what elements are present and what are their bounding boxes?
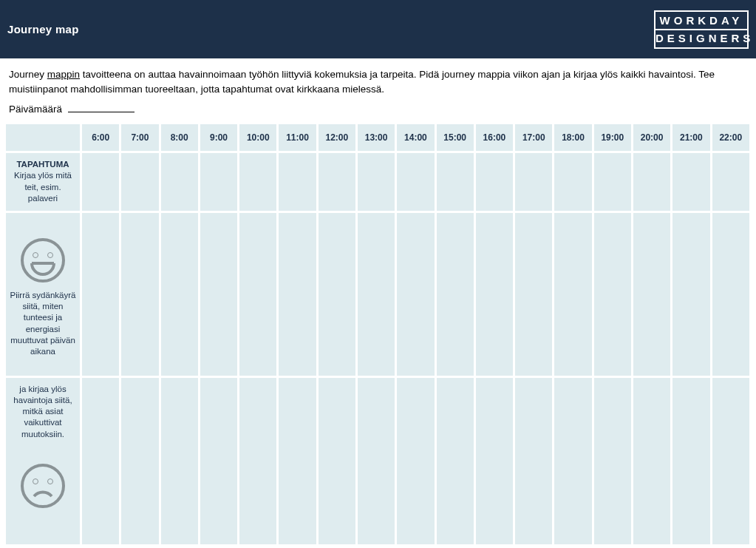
svg-point-4 bbox=[22, 465, 64, 507]
mood-cell[interactable] bbox=[594, 213, 631, 376]
event-cell[interactable] bbox=[397, 153, 434, 211]
mood-cell[interactable] bbox=[397, 213, 434, 376]
observation-cell[interactable] bbox=[358, 378, 395, 544]
mood-row-header: Piirrä sydänkäyrä siitä, miten tunteesi … bbox=[6, 213, 80, 376]
hour-header: 7:00 bbox=[121, 124, 158, 151]
hour-header: 6:00 bbox=[82, 124, 119, 151]
observation-cell[interactable] bbox=[239, 378, 276, 544]
observation-cell[interactable] bbox=[554, 378, 591, 544]
svg-point-2 bbox=[48, 252, 53, 257]
hour-header: 11:00 bbox=[279, 124, 316, 151]
sad-face-icon bbox=[19, 462, 67, 510]
logo-line-2: DESIGNERS bbox=[655, 30, 747, 47]
hour-header: 16:00 bbox=[476, 124, 513, 151]
hour-header: 14:00 bbox=[397, 124, 434, 151]
observation-cell[interactable] bbox=[594, 378, 631, 544]
observation-cell[interactable] bbox=[515, 378, 552, 544]
hour-header: 13:00 bbox=[358, 124, 395, 151]
event-cell[interactable] bbox=[672, 153, 709, 211]
event-row-header: TAPAHTUMA Kirjaa ylös mitä teit, esim. p… bbox=[6, 153, 80, 211]
observation-cell[interactable] bbox=[82, 378, 119, 544]
event-cell[interactable] bbox=[319, 153, 355, 211]
mood-cell[interactable] bbox=[515, 213, 552, 376]
intro-prefix: Journey bbox=[9, 69, 47, 80]
observations-row: ja kirjaa ylös havaintoja siitä, mitkä a… bbox=[6, 378, 749, 544]
mood-cell[interactable] bbox=[437, 213, 474, 376]
observation-cell[interactable] bbox=[161, 378, 198, 544]
mood-row: Piirrä sydänkäyrä siitä, miten tunteesi … bbox=[6, 213, 749, 376]
hour-header: 22:00 bbox=[712, 124, 750, 151]
event-cell[interactable] bbox=[437, 153, 474, 211]
event-cell[interactable] bbox=[161, 153, 198, 211]
svg-point-1 bbox=[33, 252, 38, 257]
date-blank[interactable] bbox=[68, 102, 134, 112]
mood-desc: Piirrä sydänkäyrä siitä, miten tunteesi … bbox=[9, 290, 77, 358]
event-cell[interactable] bbox=[633, 153, 670, 211]
hour-header: 19:00 bbox=[594, 124, 631, 151]
observations-row-header: ja kirjaa ylös havaintoja siitä, mitkä a… bbox=[6, 378, 80, 544]
hour-header: 18:00 bbox=[554, 124, 591, 151]
mood-cell[interactable] bbox=[319, 213, 355, 376]
mood-cell[interactable] bbox=[121, 213, 158, 376]
workday-designers-logo: WORKDAY DESIGNERS bbox=[654, 10, 749, 49]
observation-cell[interactable] bbox=[437, 378, 474, 544]
event-cell[interactable] bbox=[358, 153, 395, 211]
hour-header: 21:00 bbox=[672, 124, 709, 151]
intro-link[interactable]: mappin bbox=[47, 69, 80, 80]
hour-header: 12:00 bbox=[319, 124, 355, 151]
hour-header: 10:00 bbox=[239, 124, 276, 151]
logo-line-1: WORKDAY bbox=[655, 13, 747, 29]
page-title: Journey map bbox=[7, 23, 79, 35]
mood-cell[interactable] bbox=[200, 213, 237, 376]
event-desc: Kirjaa ylös mitä teit, esim. palaveri bbox=[9, 170, 77, 204]
event-row: TAPAHTUMA Kirjaa ylös mitä teit, esim. p… bbox=[6, 153, 749, 211]
event-cell[interactable] bbox=[712, 153, 750, 211]
mood-cell[interactable] bbox=[358, 213, 395, 376]
date-line: Päivämäärä bbox=[0, 99, 756, 122]
observations-desc: ja kirjaa ylös havaintoja siitä, mitkä a… bbox=[9, 384, 77, 440]
intro-suffix: tavoitteena on auttaa havainnoimaan työh… bbox=[9, 69, 715, 95]
mood-cell[interactable] bbox=[554, 213, 591, 376]
hour-header: 15:00 bbox=[437, 124, 474, 151]
event-cell[interactable] bbox=[82, 153, 119, 211]
event-cell[interactable] bbox=[594, 153, 631, 211]
event-cell[interactable] bbox=[239, 153, 276, 211]
mood-cell[interactable] bbox=[161, 213, 198, 376]
hour-header: 9:00 bbox=[200, 124, 237, 151]
hour-header: 17:00 bbox=[515, 124, 552, 151]
event-cell[interactable] bbox=[200, 153, 237, 211]
hour-header: 20:00 bbox=[633, 124, 670, 151]
event-cell[interactable] bbox=[279, 153, 316, 211]
observation-cell[interactable] bbox=[633, 378, 670, 544]
event-cell[interactable] bbox=[121, 153, 158, 211]
mood-cell[interactable] bbox=[712, 213, 750, 376]
observation-cell[interactable] bbox=[397, 378, 434, 544]
observation-cell[interactable] bbox=[279, 378, 316, 544]
journey-map-table: 6:00 7:00 8:00 9:00 10:00 11:00 12:00 13… bbox=[4, 122, 752, 547]
observation-cell[interactable] bbox=[121, 378, 158, 544]
observation-cell[interactable] bbox=[712, 378, 750, 544]
observation-cell[interactable] bbox=[476, 378, 513, 544]
happy-face-icon bbox=[19, 237, 67, 284]
page-header: Journey map WORKDAY DESIGNERS bbox=[0, 0, 756, 58]
observation-cell[interactable] bbox=[200, 378, 237, 544]
observation-cell[interactable] bbox=[319, 378, 355, 544]
date-label: Päivämäärä bbox=[9, 104, 62, 115]
mood-cell[interactable] bbox=[476, 213, 513, 376]
mood-cell[interactable] bbox=[82, 213, 119, 376]
event-cell[interactable] bbox=[554, 153, 591, 211]
hour-header: 8:00 bbox=[161, 124, 198, 151]
event-title: TAPAHTUMA bbox=[9, 159, 77, 170]
event-cell[interactable] bbox=[515, 153, 552, 211]
event-cell[interactable] bbox=[476, 153, 513, 211]
intro-paragraph: Journey mappin tavoitteena on auttaa hav… bbox=[0, 58, 756, 99]
mood-cell[interactable] bbox=[279, 213, 316, 376]
svg-point-6 bbox=[48, 479, 53, 484]
mood-cell[interactable] bbox=[672, 213, 709, 376]
mood-cell[interactable] bbox=[633, 213, 670, 376]
corner-cell bbox=[6, 124, 80, 151]
svg-point-5 bbox=[33, 479, 38, 484]
observation-cell[interactable] bbox=[672, 378, 709, 544]
hours-row: 6:00 7:00 8:00 9:00 10:00 11:00 12:00 13… bbox=[6, 124, 749, 151]
mood-cell[interactable] bbox=[239, 213, 276, 376]
